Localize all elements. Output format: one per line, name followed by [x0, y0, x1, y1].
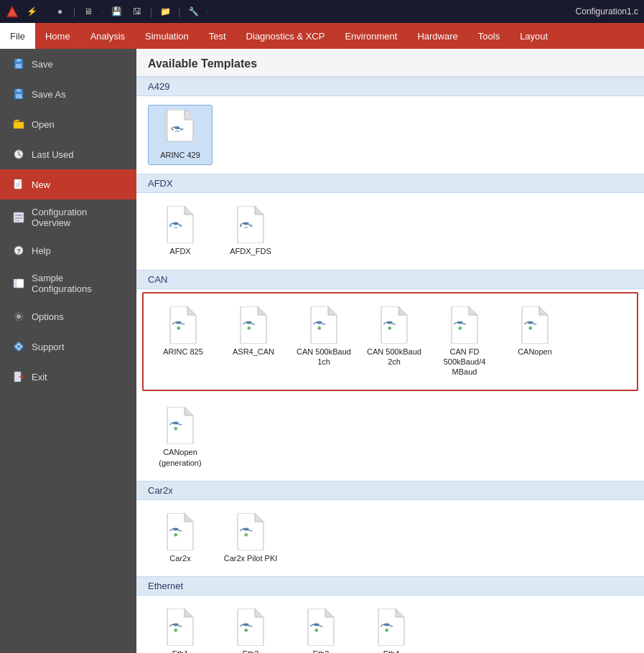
sidebar: Save + Save As Open Last Used New	[0, 49, 136, 653]
afdx-label: AFDX	[169, 246, 190, 256]
template-can-fd[interactable]: CAN FD 500kBaud/4 MBaud	[432, 302, 497, 382]
template-eth1[interactable]: Eth1	[148, 604, 213, 653]
sidebar-item-sample-configs[interactable]: Sample Configurations	[0, 266, 136, 301]
tools-toolbar-icon[interactable]: 🔧	[185, 3, 202, 20]
monitor-icon[interactable]: 🖥	[80, 3, 97, 20]
exit-icon	[11, 371, 26, 382]
sidebar-item-save-as[interactable]: + Save As	[0, 79, 136, 109]
template-canopen[interactable]: CANopen	[503, 302, 567, 382]
eth3-label: Eth3	[313, 649, 330, 653]
section-header-car2x: Car2x	[136, 481, 644, 500]
svg-point-33	[172, 128, 174, 131]
menu-tab-home[interactable]: Home	[35, 23, 80, 49]
sidebar-item-new[interactable]: New	[0, 169, 136, 199]
car2x-pilot-pki-icon	[232, 513, 269, 550]
template-arinc429[interactable]: ARINC 429	[148, 105, 213, 165]
content-area: Available Templates A429	[136, 49, 644, 653]
sidebar-label-open: Open	[32, 119, 55, 130]
canopen-gen-label: CANopen (generation)	[151, 447, 210, 468]
circle-icon[interactable]: ●	[52, 3, 69, 20]
section-can: CAN	[136, 270, 644, 481]
arinc429-icon	[162, 110, 199, 147]
menu-tab-simulation[interactable]: Simulation	[135, 23, 199, 49]
svg-point-34	[181, 128, 183, 131]
sidebar-item-help[interactable]: ? Help	[0, 235, 136, 266]
section-header-can: CAN	[136, 270, 644, 289]
support-icon	[11, 341, 26, 352]
afdx-icon	[162, 206, 199, 243]
template-eth4[interactable]: Eth4	[359, 604, 424, 653]
section-header-a429: A429	[136, 77, 644, 96]
svg-point-64	[175, 535, 176, 535]
template-eth2[interactable]: Eth2	[218, 604, 283, 653]
template-car2x-pilot-pki[interactable]: Car2x Pilot PKI	[218, 509, 283, 568]
sidebar-label-support: Support	[32, 342, 65, 352]
svg-rect-10	[14, 179, 22, 189]
sidebar-item-last-used[interactable]: Last Used	[0, 139, 136, 169]
section-header-ethernet: Ethernet	[136, 576, 644, 596]
can-500k-1ch-icon	[305, 306, 342, 344]
sidebar-label-sample-configs: Sample Configurations	[32, 273, 125, 294]
can-500k-2ch-icon	[375, 306, 413, 344]
sidebar-item-options[interactable]: Options	[0, 301, 136, 332]
can-wrapper: ARINC 825	[136, 289, 644, 395]
svg-point-36	[169, 225, 172, 227]
svg-point-67	[246, 535, 246, 535]
menu-tab-test[interactable]: Test	[199, 23, 236, 49]
template-canopen-gen[interactable]: CANopen (generation)	[148, 403, 213, 472]
sidebar-label-last-used: Last Used	[32, 149, 74, 160]
eth4-icon	[373, 609, 410, 646]
sidebar-item-save[interactable]: Save	[0, 49, 136, 79]
svg-point-39	[240, 225, 242, 227]
svg-point-52	[389, 327, 390, 328]
save-toolbar-icon[interactable]: 💾	[108, 3, 126, 20]
toolbar-group: ⚡ · ● | 🖥 · 💾 🖫 | 📁 | 🔧 ·	[23, 3, 210, 20]
sidebar-label-save: Save	[32, 59, 53, 70]
template-arinc825[interactable]: ARINC 825	[151, 302, 215, 382]
svg-point-76	[316, 630, 317, 631]
svg-point-46	[248, 327, 249, 328]
svg-rect-17	[15, 220, 19, 221]
template-afdx-fds[interactable]: AFDX_FDS	[218, 202, 283, 260]
sidebar-item-support[interactable]: Support	[0, 332, 136, 362]
section-items-car2x: Car2x	[136, 500, 644, 576]
section-items-a429: ARINC 429	[136, 96, 644, 174]
menu-tab-environment[interactable]: Environment	[335, 23, 407, 49]
lightning-icon[interactable]: ⚡	[23, 3, 40, 20]
menu-tab-tools[interactable]: Tools	[468, 23, 510, 49]
sidebar-label-options: Options	[32, 311, 64, 322]
title-bar: ⚡ · ● | 🖥 · 💾 🖫 | 📁 | 🔧 · Configuration1…	[0, 0, 644, 23]
car2x-label: Car2x	[169, 553, 190, 563]
menu-tab-file[interactable]: File	[0, 23, 35, 49]
folder-toolbar-icon[interactable]: 📁	[157, 3, 174, 20]
save-icon	[11, 58, 26, 70]
arinc825-label: ARINC 825	[163, 347, 203, 357]
menu-tab-analysis[interactable]: Analysis	[80, 23, 135, 49]
can-500k-1ch-label: CAN 500kBaud 1ch	[294, 347, 353, 367]
sidebar-item-config-overview[interactable]: Configuration Overview	[0, 199, 136, 235]
template-can-500k-2ch[interactable]: CAN 500kBaud 2ch	[362, 302, 426, 382]
section-items-can: ARINC 825	[142, 292, 638, 392]
menu-tab-diagnostics[interactable]: Diagnostics & XCP	[236, 23, 335, 49]
open-icon	[11, 118, 26, 130]
templates-area[interactable]: A429	[136, 77, 644, 653]
template-car2x[interactable]: Car2x	[148, 509, 213, 568]
template-afdx[interactable]: AFDX	[148, 202, 213, 260]
svg-point-79	[386, 630, 387, 631]
menu-tab-hardware[interactable]: Hardware	[407, 23, 467, 49]
sidebar-item-open[interactable]: Open	[0, 109, 136, 139]
section-items-can-extra: CANopen (generation)	[136, 394, 644, 481]
template-can-500k-1ch[interactable]: CAN 500kBaud 1ch	[291, 302, 356, 382]
afdx-fds-icon	[232, 206, 269, 243]
asr4-can-icon	[235, 306, 272, 344]
sidebar-label-config-overview: Configuration Overview	[32, 207, 125, 228]
sidebar-item-exit[interactable]: Exit	[0, 362, 136, 392]
content-header: Available Templates	[136, 49, 644, 77]
menu-tab-layout[interactable]: Layout	[510, 23, 558, 49]
template-asr4-can[interactable]: ASR4_CAN	[221, 302, 286, 382]
arinc825-icon	[164, 306, 202, 344]
save2-toolbar-icon[interactable]: 🖫	[129, 3, 146, 20]
arinc429-label: ARINC 429	[160, 150, 200, 160]
svg-rect-7	[17, 89, 21, 92]
template-eth3[interactable]: Eth3	[289, 604, 353, 653]
